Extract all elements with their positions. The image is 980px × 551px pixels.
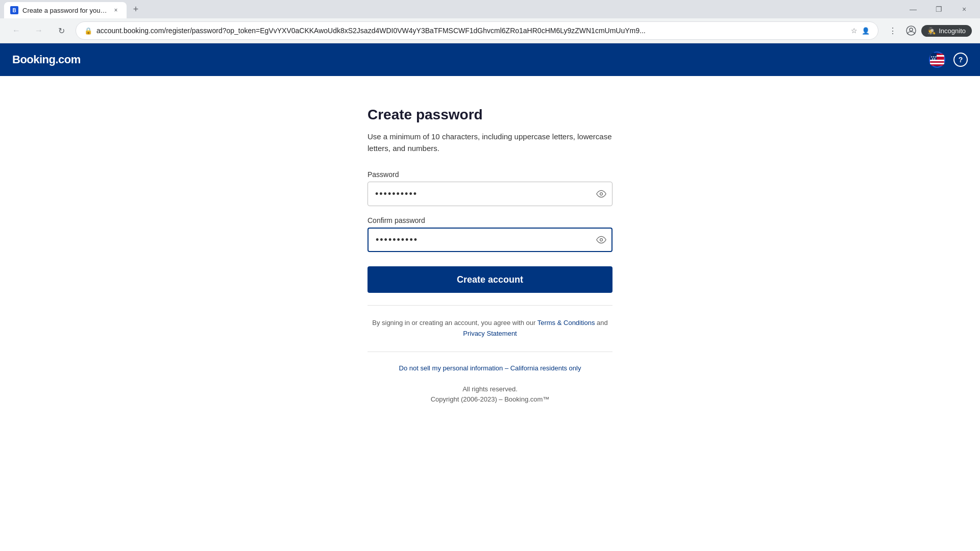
page-description: Use a minimum of 10 characters, includin… xyxy=(368,131,612,154)
tab-bar: B Create a password for your new × + — ❐… xyxy=(0,0,980,18)
confirm-password-label: Confirm password xyxy=(368,216,612,224)
california-privacy-link[interactable]: Do not sell my personal information – Ca… xyxy=(368,364,612,372)
terms-text: By signing in or creating an account, yo… xyxy=(368,318,612,339)
divider-2 xyxy=(368,352,612,352)
url-bar[interactable]: 🔒 account.booking.com/register/password?… xyxy=(76,21,878,40)
incognito-label: Incognito xyxy=(939,27,966,35)
confirm-password-field-group: Confirm password xyxy=(368,216,612,252)
svg-point-1 xyxy=(910,28,913,31)
address-bar: ← → ↻ 🔒 account.booking.com/register/pas… xyxy=(0,18,980,43)
incognito-badge[interactable]: 🕵 Incognito xyxy=(921,25,972,37)
active-tab[interactable]: B Create a password for your new × xyxy=(4,2,127,18)
toolbar-icons: ⋮ 🕵 Incognito xyxy=(885,22,972,39)
minimize-button[interactable]: — xyxy=(901,0,925,18)
profile-icon[interactable]: 👤 xyxy=(862,27,870,35)
svg-rect-5 xyxy=(930,61,944,63)
reload-button[interactable]: ↻ xyxy=(53,22,69,39)
header-icons: ★★★ ★★ ? xyxy=(929,52,968,68)
main-content: Create password Use a minimum of 10 char… xyxy=(0,76,980,484)
svg-rect-9 xyxy=(930,63,944,64)
tab-close-button[interactable]: × xyxy=(111,6,120,15)
maximize-button[interactable]: ❐ xyxy=(927,0,950,18)
close-window-button[interactable]: × xyxy=(952,0,976,18)
copyright-detail: Copyright (2006-2023) – Booking.com™ xyxy=(368,394,612,405)
form-container: Create password Use a minimum of 10 char… xyxy=(368,107,612,454)
bookmark-icon[interactable]: ☆ xyxy=(851,27,857,35)
terms-link[interactable]: Terms & Conditions xyxy=(537,319,595,327)
booking-logo[interactable]: Booking.com xyxy=(12,53,81,66)
url-text: account.booking.com/register/password?op… xyxy=(96,27,847,35)
booking-header: Booking.com ★★★ ★★ xyxy=(0,43,980,76)
password-input-wrapper xyxy=(368,182,612,206)
confirm-password-input-wrapper xyxy=(368,228,612,252)
password-field-group: Password xyxy=(368,170,612,206)
terms-prefix: By signing in or creating an account, yo… xyxy=(372,319,537,327)
page-title: Create password xyxy=(368,107,612,123)
privacy-link[interactable]: Privacy Statement xyxy=(463,330,517,337)
browser-chrome: B Create a password for your new × + — ❐… xyxy=(0,0,980,43)
divider-1 xyxy=(368,305,612,306)
account-icon[interactable] xyxy=(903,22,919,39)
forward-button[interactable]: → xyxy=(31,22,47,39)
back-button[interactable]: ← xyxy=(8,22,24,39)
password-visibility-toggle[interactable] xyxy=(596,189,606,199)
extensions-icon[interactable]: ⋮ xyxy=(885,22,901,39)
new-tab-button[interactable]: + xyxy=(129,2,143,16)
password-input[interactable] xyxy=(368,182,612,206)
svg-text:★★: ★★ xyxy=(932,57,936,60)
create-account-button[interactable]: Create account xyxy=(368,266,612,293)
copyright-text: All rights reserved. Copyright (2006-202… xyxy=(368,384,612,406)
tab-favicon: B xyxy=(10,6,18,14)
svg-point-18 xyxy=(600,239,603,241)
language-selector[interactable]: ★★★ ★★ xyxy=(929,52,945,68)
password-label: Password xyxy=(368,170,612,179)
window-controls: — ❐ × xyxy=(901,0,976,18)
confirm-password-input[interactable] xyxy=(368,228,612,252)
confirm-password-visibility-toggle[interactable] xyxy=(596,235,606,245)
rights-text: All rights reserved. xyxy=(368,384,612,395)
svg-point-17 xyxy=(600,193,603,195)
tab-title: Create a password for your new xyxy=(22,7,107,14)
help-icon[interactable]: ? xyxy=(953,53,968,67)
terms-middle: and xyxy=(595,319,607,327)
